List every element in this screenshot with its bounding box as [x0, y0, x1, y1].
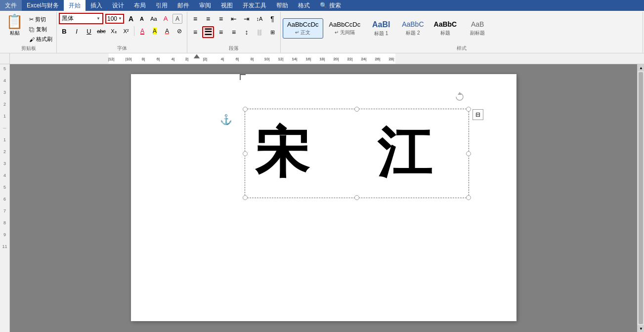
highlight-button[interactable]: A: [149, 26, 160, 37]
line-spacing-button[interactable]: ↕: [241, 26, 253, 38]
cut-button[interactable]: ✂ 剪切: [27, 15, 54, 24]
sort-button[interactable]: ↕A: [254, 13, 265, 25]
handle-top-left[interactable]: [243, 107, 248, 112]
menu-format[interactable]: 格式: [293, 0, 315, 11]
font-size-buttons: A A: [126, 14, 147, 24]
clear-format-button[interactable]: A: [161, 14, 171, 24]
style-heading1[interactable]: AaBl 标题 1: [366, 18, 396, 39]
ruler-mark-1b: 1: [3, 137, 6, 142]
handle-bottom-left[interactable]: [243, 195, 248, 200]
svg-text:2|: 2|: [185, 57, 189, 61]
style-no-spacing-preview: AaBbCcDc: [329, 21, 361, 29]
paste-button[interactable]: 📋 粘贴: [3, 13, 26, 39]
handle-top-right[interactable]: [466, 107, 471, 112]
document-canvas[interactable]: ⚓: [10, 64, 637, 332]
font-size-input[interactable]: 100 ▼: [105, 14, 124, 24]
scroll-down-button[interactable]: ▼: [638, 325, 644, 332]
font-separator: [134, 26, 134, 36]
svg-text:20|: 20|: [334, 57, 339, 61]
textbox-text[interactable]: 宋 江: [255, 117, 459, 190]
format-paint-button[interactable]: 🖌 格式刷: [27, 35, 54, 44]
change-case-button[interactable]: Aa: [149, 14, 159, 24]
style-subtitle-preview: AaB: [471, 20, 484, 29]
underline-button[interactable]: U: [84, 26, 94, 37]
menu-design[interactable]: 设计: [107, 0, 129, 11]
text-shade-button[interactable]: ⊘: [174, 26, 185, 37]
ruler-mark-4b: 4: [3, 173, 6, 178]
style-heading2[interactable]: AaBbC 标题 2: [398, 18, 428, 39]
increase-indent-button[interactable]: ⇥: [241, 13, 253, 25]
text-effect-icon: A: [175, 15, 179, 22]
menu-view[interactable]: 视图: [216, 0, 238, 11]
justify-button[interactable]: ≡: [228, 26, 240, 38]
numbering-button[interactable]: ≡: [202, 13, 214, 25]
handle-middle-right[interactable]: [466, 151, 471, 156]
clear-color-button[interactable]: A: [162, 26, 172, 37]
svg-text:14|: 14|: [292, 57, 298, 61]
font-row2: B I U abc X₂ X² A A: [59, 26, 185, 37]
handle-bottom-right[interactable]: [466, 195, 471, 200]
shrink-font-button[interactable]: A: [137, 14, 147, 24]
ruler-mark-3: 3: [3, 90, 6, 95]
textbox-selection[interactable]: ⊟ 宋 江: [245, 109, 470, 198]
vertical-scrollbar[interactable]: ▲ ▼: [637, 64, 644, 332]
copy-button[interactable]: ⿻ 复制: [27, 25, 54, 34]
text-effect-button[interactable]: A: [172, 14, 182, 24]
ruler-mark-6: 6: [3, 197, 6, 202]
font-size-dropdown-arrow: ▼: [118, 16, 122, 21]
scroll-thumb[interactable]: [639, 72, 643, 324]
paste-icon: 📋: [6, 15, 23, 29]
multilevel-button[interactable]: ≡: [215, 13, 227, 25]
scroll-up-button[interactable]: ▲: [638, 64, 644, 71]
font-name-input[interactable]: 黑体 ▼: [59, 13, 103, 24]
borders-button[interactable]: ⊞: [266, 26, 278, 38]
align-right-button[interactable]: ≡: [215, 26, 227, 38]
menu-insert[interactable]: 插入: [86, 0, 107, 11]
font-color-button[interactable]: A: [137, 26, 148, 37]
menu-references[interactable]: 引用: [151, 0, 172, 11]
decrease-indent-button[interactable]: ⇤: [228, 13, 240, 25]
menu-file[interactable]: 文件: [0, 0, 22, 11]
handle-bottom-center[interactable]: [354, 195, 359, 200]
menu-layout[interactable]: 布局: [129, 0, 151, 11]
style-normal[interactable]: AaBbCcDc ↵ 正文: [283, 18, 323, 39]
menu-mail[interactable]: 邮件: [172, 0, 194, 11]
align-center-button[interactable]: ☰: [202, 26, 214, 38]
style-normal-preview: AaBbCcDc: [287, 21, 319, 29]
align-left-button[interactable]: ≡: [189, 26, 201, 38]
superscript-button[interactable]: X²: [121, 26, 131, 37]
strikethrough-button[interactable]: abc: [96, 26, 107, 37]
svg-text:|10|: |10|: [125, 57, 131, 61]
svg-text:|12|: |12|: [108, 57, 114, 61]
ruler-mark-4: 4: [3, 78, 6, 83]
rotate-handle[interactable]: [454, 91, 464, 101]
menu-review[interactable]: 审阅: [194, 0, 216, 11]
bullets-button[interactable]: ≡: [189, 13, 201, 25]
style-subtitle[interactable]: AaB 副标题: [463, 18, 492, 39]
menu-search[interactable]: 🔍 搜索: [315, 0, 346, 11]
show-marks-button[interactable]: ¶: [266, 13, 278, 25]
text-shade-icon: ⊘: [177, 28, 182, 35]
italic-button[interactable]: I: [71, 26, 82, 37]
shading-button[interactable]: ░: [254, 26, 265, 38]
menu-help[interactable]: 帮助: [271, 0, 293, 11]
layout-options-icon: ⊟: [475, 111, 480, 118]
style-heading2-label: 标题 2: [406, 30, 420, 37]
anchor-icon[interactable]: ⚓: [220, 114, 232, 125]
style-no-spacing[interactable]: AaBbCcDc ↵ 无间隔: [325, 19, 365, 39]
handle-top-center[interactable]: [354, 107, 359, 112]
paste-label: 粘贴: [10, 30, 20, 37]
svg-text:24|: 24|: [361, 57, 367, 61]
grow-font-button[interactable]: A: [126, 14, 136, 24]
menu-excel[interactable]: Excel与财务: [22, 0, 64, 11]
bold-button[interactable]: B: [59, 26, 70, 37]
svg-text:10|: 10|: [264, 57, 270, 61]
handle-middle-left[interactable]: [243, 151, 248, 156]
menu-developer[interactable]: 开发工具: [238, 0, 271, 11]
paragraph-label: 段落: [189, 44, 278, 53]
horizontal-ruler[interactable]: |12| |10| 8| 6| 4| 2| |2| 4| 6| 8| 10| 1…: [10, 53, 644, 64]
layout-options-button[interactable]: ⊟: [472, 109, 483, 120]
menu-home[interactable]: 开始: [64, 0, 86, 11]
subscript-button[interactable]: X₂: [108, 26, 119, 37]
style-title[interactable]: AaBbC 标题: [430, 18, 461, 39]
